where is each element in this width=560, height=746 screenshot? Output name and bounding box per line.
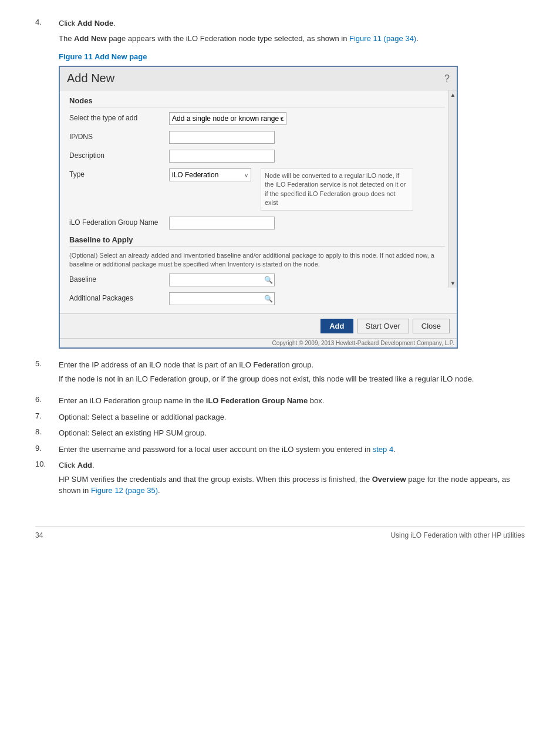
baseline-section-title: Baseline to Apply	[69, 235, 445, 247]
dialog-titlebar: Add New ?	[60, 67, 457, 90]
footer-section-title: Using iLO Federation with other HP utili…	[390, 531, 525, 539]
select-type-dropdown[interactable]: Add a single node or known range of node…	[169, 112, 286, 125]
step-10-number: 10.	[35, 460, 59, 502]
step-4-block: 4. Click Add Node. The Add New page appe…	[35, 18, 525, 44]
figure-label: Figure 11 Add New page	[59, 52, 525, 61]
scroll-arrow-up[interactable]: ▲	[450, 92, 456, 98]
step-6-number: 6.	[35, 395, 59, 407]
baseline-search-input[interactable]	[170, 275, 262, 285]
ipdns-input[interactable]	[169, 131, 275, 144]
type-label: Type	[69, 168, 169, 178]
start-over-button[interactable]: Start Over	[357, 319, 409, 333]
baseline-section: Baseline to Apply (Optional) Select an a…	[69, 235, 445, 306]
scroll-arrow-down[interactable]: ▼	[450, 280, 456, 286]
description-control	[169, 150, 445, 163]
dialog-title: Add New	[67, 72, 114, 85]
step-9-content: Enter the username and password for a lo…	[59, 444, 396, 455]
dialog-scrollbar[interactable]: ▲ ▼	[448, 90, 457, 288]
step-5-indent: If the node is not in an iLO Federation …	[59, 373, 474, 385]
step-4-text: Click Add Node.	[59, 18, 116, 29]
select-type-row: Select the type of add Add a single node…	[69, 112, 445, 125]
footer-page-number: 34	[35, 531, 43, 539]
additional-packages-row: Additional Packages 🔍	[69, 292, 445, 305]
nodes-section-title: Nodes	[69, 96, 445, 107]
steps-section: 5. Enter the IP address of an iLO node t…	[35, 359, 525, 502]
page-footer: 34 Using iLO Federation with other HP ut…	[35, 526, 525, 539]
step-9-item: 9. Enter the username and password for a…	[35, 444, 525, 455]
federation-group-row: iLO Federation Group Name	[69, 217, 445, 229]
baseline-search-wrapper: 🔍	[169, 274, 275, 286]
baseline-search-icon[interactable]: 🔍	[262, 274, 274, 286]
step-4-indent: The Add New page appears with the iLO Fe…	[59, 33, 525, 45]
description-row: Description	[69, 150, 445, 163]
step-8-item: 8. Optional: Select an existing HP SUM g…	[35, 427, 525, 439]
description-input[interactable]	[169, 150, 275, 163]
additional-packages-search-wrapper: 🔍	[169, 292, 275, 305]
dialog-footer: Add Start Over Close	[60, 313, 457, 338]
step-4-number: 4.	[35, 18, 59, 29]
figure12-link[interactable]: Figure 12 (page 35)	[91, 486, 158, 495]
step-7-item: 7. Optional: Select a baseline or additi…	[35, 411, 525, 423]
step-7-number: 7.	[35, 411, 59, 423]
additional-packages-search-input[interactable]	[170, 293, 262, 304]
additional-packages-control: 🔍	[169, 292, 445, 305]
additional-packages-search-icon[interactable]: 🔍	[262, 293, 274, 305]
step-5-item: 5. Enter the IP address of an iLO node t…	[35, 359, 525, 390]
step-10-indent: HP SUM verifies the credentials and that…	[59, 474, 525, 497]
baseline-label: Baseline	[69, 274, 169, 283]
add-button[interactable]: Add	[321, 319, 353, 333]
ipdns-row: IP/DNS	[69, 131, 445, 144]
federation-group-input[interactable]	[169, 217, 275, 229]
ipdns-label: IP/DNS	[69, 131, 169, 141]
additional-packages-label: Additional Packages	[69, 292, 169, 302]
dialog-body: Nodes Select the type of add Add a singl…	[60, 90, 457, 313]
type-row: Type iLO Federation iLO iLO CM Node will…	[69, 168, 445, 211]
step-8-number: 8.	[35, 427, 59, 439]
federation-group-control	[169, 217, 445, 229]
federation-group-label: iLO Federation Group Name	[69, 217, 169, 227]
step4-link[interactable]: step 4	[373, 445, 393, 454]
type-select-wrapper[interactable]: iLO Federation iLO iLO CM	[169, 168, 251, 181]
figure11-link[interactable]: Figure 11 (page 34)	[349, 34, 416, 43]
add-new-dialog: Add New ? Nodes Select the type of add A…	[59, 66, 458, 349]
type-dropdown[interactable]: iLO Federation iLO iLO CM	[169, 168, 251, 181]
select-type-control: Add a single node or known range of node…	[169, 112, 445, 125]
close-button[interactable]: Close	[413, 319, 450, 333]
step-6-content: Enter an iLO Federation group name in th…	[59, 395, 324, 407]
step-7-content: Optional: Select a baseline or additiona…	[59, 411, 226, 423]
select-type-label: Select the type of add	[69, 112, 169, 122]
step-5-content: Enter the IP address of an iLO node that…	[59, 359, 474, 390]
copyright-bar: Copyright © 2009, 2013 Hewlett-Packard D…	[60, 338, 457, 347]
description-label: Description	[69, 150, 169, 160]
step-5-number: 5.	[35, 359, 59, 390]
step-10-content: Click Add. HP SUM verifies the credentia…	[59, 460, 525, 502]
step-10-item: 10. Click Add. HP SUM verifies the crede…	[35, 460, 525, 502]
baseline-note: (Optional) Select an already added and i…	[69, 251, 445, 269]
baseline-row: Baseline 🔍	[69, 274, 445, 286]
step-8-content: Optional: Select an existing HP SUM grou…	[59, 427, 207, 439]
step-9-number: 9.	[35, 444, 59, 455]
step-6-item: 6. Enter an iLO Federation group name in…	[35, 395, 525, 407]
baseline-control: 🔍	[169, 274, 445, 286]
type-note: Node will be converted to a regular iLO …	[261, 168, 413, 211]
select-type-wrapper[interactable]: Add a single node or known range of node…	[169, 112, 286, 125]
help-icon[interactable]: ?	[444, 73, 450, 84]
ipdns-control	[169, 131, 445, 144]
type-control: iLO Federation iLO iLO CM Node will be c…	[169, 168, 445, 211]
